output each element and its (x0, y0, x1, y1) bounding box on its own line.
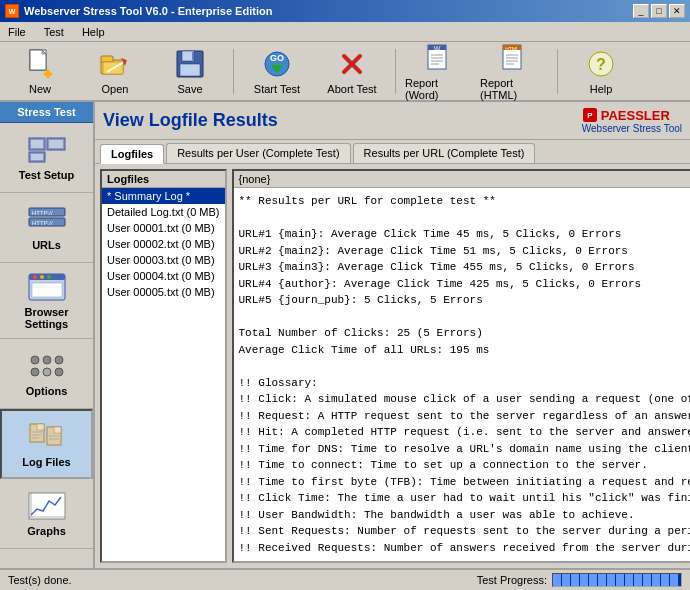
help-button[interactable]: ? Help (566, 45, 636, 97)
sidebar-item-graphs[interactable]: Graphs (0, 479, 93, 549)
sidebar-item-browser-settings[interactable]: Browser Settings (0, 263, 93, 339)
graphs-icon (27, 490, 67, 522)
test-setup-label: Test Setup (19, 169, 74, 181)
svg-rect-48 (31, 154, 43, 160)
svg-point-57 (47, 275, 51, 279)
tabs-bar: Logfiles Results per User (Complete Test… (95, 140, 690, 164)
logfiles-panel: Logfiles * Summary Log * Detailed Log.tx… (100, 169, 227, 563)
progress-segment (598, 574, 607, 586)
logfile-item-user5[interactable]: User 00005.txt (0 MB) (102, 284, 225, 300)
progress-segment (571, 574, 580, 586)
tab-results-user[interactable]: Results per User (Complete Test) (166, 143, 350, 163)
progress-segment (616, 574, 625, 586)
tab-results-url[interactable]: Results per URL (Complete Test) (353, 143, 536, 163)
svg-text:W: W (9, 8, 16, 15)
svg-point-60 (31, 356, 39, 364)
progress-segment (580, 574, 589, 586)
svg-rect-58 (32, 283, 62, 297)
svg-point-65 (55, 368, 63, 376)
open-label: Open (102, 83, 129, 95)
sidebar-item-options[interactable]: Options (0, 339, 93, 409)
close-button[interactable]: ✕ (669, 4, 685, 18)
abort-test-button[interactable]: Abort Test (317, 45, 387, 97)
browser-icon (27, 271, 67, 303)
report-word-label: Report (Word) (405, 77, 473, 101)
save-icon (174, 48, 206, 80)
abort-icon (336, 48, 368, 80)
status-text: Test(s) done. (8, 574, 72, 586)
status-bar: Test(s) done. Test Progress: (0, 568, 690, 590)
start-test-button[interactable]: GO Start Test (242, 45, 312, 97)
svg-rect-44 (31, 140, 43, 148)
new-button[interactable]: New (5, 45, 75, 97)
view-header: View Logfile Results P PAESSLER Webserve… (95, 102, 690, 140)
svg-text:HTML: HTML (505, 46, 519, 52)
open-icon (99, 48, 131, 80)
logfile-item-detailed[interactable]: Detailed Log.txt (0 MB) (102, 204, 225, 220)
window-title: Webserver Stress Tool V6.0 - Enterprise … (24, 5, 272, 17)
new-icon (24, 48, 56, 80)
maximize-button[interactable]: □ (651, 4, 667, 18)
help-label: Help (590, 83, 613, 95)
main-layout: Stress Test Test Setup HTTP:// (0, 102, 690, 568)
sidebar-item-test-setup[interactable]: Test Setup (0, 123, 93, 193)
progress-segment (553, 574, 562, 586)
toolbar: New Open Save (0, 42, 690, 102)
results-panel: {none} ** Results per URL for complete t… (232, 169, 691, 563)
svg-point-62 (55, 356, 63, 364)
divider-3 (557, 49, 558, 94)
logfile-item-user2[interactable]: User 00002.txt (0 MB) (102, 236, 225, 252)
report-word-button[interactable]: W Report (Word) (404, 45, 474, 97)
sidebar: Stress Test Test Setup HTTP:// (0, 102, 95, 568)
results-header: {none} (234, 171, 691, 188)
start-test-label: Start Test (254, 83, 300, 95)
logfile-item-user4[interactable]: User 00004.txt (0 MB) (102, 268, 225, 284)
progress-segment (589, 574, 598, 586)
svg-text:P: P (587, 111, 593, 120)
html-icon: HTML (498, 42, 530, 74)
svg-point-61 (43, 356, 51, 364)
logfile-item-user3[interactable]: User 00003.txt (0 MB) (102, 252, 225, 268)
logfile-item-summary[interactable]: * Summary Log * (102, 188, 225, 204)
progress-label: Test Progress: (477, 574, 547, 586)
window-controls[interactable]: _ □ ✕ (633, 4, 685, 18)
svg-rect-14 (101, 56, 113, 62)
results-content[interactable]: ** Results per URL for complete test ** … (234, 188, 691, 561)
sidebar-item-urls[interactable]: HTTP:// HTTP:// URLs (0, 193, 93, 263)
progress-segment (670, 574, 679, 586)
menu-test[interactable]: Test (40, 25, 68, 39)
progress-segment (634, 574, 643, 586)
report-html-label: Report (HTML) (480, 77, 548, 101)
tab-logfiles[interactable]: Logfiles (100, 144, 164, 164)
word-icon: W (423, 42, 455, 74)
svg-text:HTTP://: HTTP:// (32, 220, 53, 226)
svg-rect-21 (180, 64, 200, 76)
menu-file[interactable]: File (4, 25, 30, 39)
sidebar-item-log-files[interactable]: Log Files (0, 409, 93, 479)
brand-name: PAESSLER (601, 108, 670, 123)
options-icon (27, 350, 67, 382)
menu-help[interactable]: Help (78, 25, 109, 39)
svg-text:W: W (434, 45, 441, 52)
svg-rect-75 (29, 493, 65, 519)
report-html-button[interactable]: HTML Report (HTML) (479, 45, 549, 97)
divider-2 (395, 49, 396, 94)
stress-test-tab[interactable]: Stress Test (0, 102, 93, 123)
svg-point-56 (40, 275, 44, 279)
logfiles-header: Logfiles (102, 171, 225, 188)
svg-rect-46 (49, 140, 63, 148)
log-files-label: Log Files (22, 456, 70, 468)
help-icon: ? (585, 48, 617, 80)
brand-icon: P (582, 107, 598, 123)
title-bar: W Webserver Stress Tool V6.0 - Enterpris… (0, 0, 690, 22)
minimize-button[interactable]: _ (633, 4, 649, 18)
browser-settings-label: Browser Settings (3, 306, 90, 330)
svg-point-63 (31, 368, 39, 376)
open-button[interactable]: Open (80, 45, 150, 97)
progress-bar (552, 573, 682, 587)
save-button[interactable]: Save (155, 45, 225, 97)
urls-label: URLs (32, 239, 61, 251)
logfile-item-user1[interactable]: User 00001.txt (0 MB) (102, 220, 225, 236)
svg-text:?: ? (596, 56, 606, 73)
content-area: View Logfile Results P PAESSLER Webserve… (95, 102, 690, 568)
